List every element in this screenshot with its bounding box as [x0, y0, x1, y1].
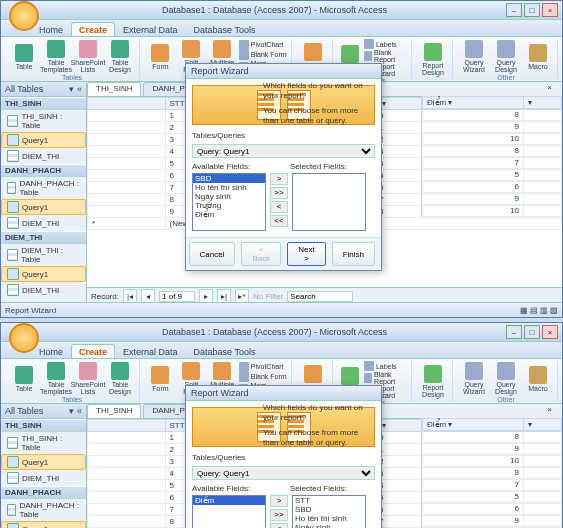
nav-item[interactable]: THI_SINH : Table [1, 432, 86, 454]
ribbon-form[interactable]: Form [146, 43, 175, 71]
ribbon-blank-report[interactable]: Blank Report [364, 371, 407, 385]
tab-database-tools[interactable]: Database Tools [186, 344, 264, 358]
ribbon-table-design[interactable]: Table Design [105, 39, 135, 74]
doc-tab-thi_sinh[interactable]: THI_SINH [87, 404, 141, 418]
ribbon-sharepoint-lists[interactable]: SharePoint Lists [73, 361, 103, 396]
list-item[interactable]: Ho tên thí sinh [293, 514, 365, 523]
ribbon-sharepoint-lists[interactable]: SharePoint Lists [73, 39, 103, 74]
list-item[interactable]: Điểm [193, 210, 265, 219]
cell[interactable]: 5 [423, 491, 524, 503]
nav-section-diem_thi[interactable]: DIEM_THI [1, 231, 86, 244]
search-box[interactable] [287, 291, 353, 302]
available-fields-list[interactable]: Điểm [192, 495, 266, 528]
move-ll[interactable]: << [270, 215, 288, 227]
minimize-button[interactable]: – [506, 3, 522, 17]
tab-external-data[interactable]: External Data [115, 344, 186, 358]
move-r[interactable]: > [270, 173, 288, 185]
ribbon-query-design[interactable]: Query Design [491, 39, 521, 74]
move-rr[interactable]: >> [270, 509, 288, 521]
list-item[interactable]: Ngày sinh [293, 523, 365, 528]
nav-item[interactable]: DANH_PHACH : Table [1, 499, 86, 521]
ribbon-report-design[interactable]: Report Design [418, 42, 448, 77]
list-item[interactable]: Điểm [193, 496, 265, 505]
ribbon-pivotchart[interactable]: PivotChart [239, 362, 287, 372]
cell[interactable]: 8 [423, 431, 524, 443]
ribbon-pivotchart[interactable]: PivotChart [239, 40, 287, 50]
close-button[interactable]: × [542, 325, 558, 339]
ribbon-query-wizard[interactable]: Query Wizard [459, 39, 489, 74]
nav-item[interactable]: THI_SINH : Table [1, 110, 86, 132]
record-position[interactable] [159, 291, 195, 302]
cell[interactable]: 5 [423, 169, 524, 181]
office-button[interactable] [9, 1, 39, 31]
tab-create[interactable]: Create [71, 344, 115, 358]
doc-close[interactable]: × [539, 404, 560, 418]
cell[interactable]: 6 [423, 181, 524, 193]
selected-fields-list[interactable] [292, 173, 366, 231]
ribbon-labels[interactable]: Labels [364, 361, 407, 371]
cell[interactable]: 9 [423, 515, 524, 527]
tab-create[interactable]: Create [71, 22, 115, 36]
list-item[interactable]: SBD [293, 505, 365, 514]
cell[interactable]: 8 [423, 109, 524, 121]
ribbon-table-templates[interactable]: Table Templates [41, 39, 71, 74]
nav-item[interactable]: DIEM_THI [1, 148, 86, 164]
cell[interactable]: 9 [423, 443, 524, 455]
nav-item[interactable]: DIEM_THI : Table [1, 244, 86, 266]
move-rr[interactable]: >> [270, 187, 288, 199]
maximize-button[interactable]: □ [524, 3, 540, 17]
ribbon-query-wizard[interactable]: Query Wizard [459, 361, 489, 396]
cell[interactable]: 6 [423, 503, 524, 515]
nav-section-danh_phach[interactable]: DANH_PHACH [1, 164, 86, 177]
view-button[interactable]: ▦ [520, 306, 528, 315]
list-item[interactable]: Ho tên thí sinh [193, 183, 265, 192]
tables-queries-select[interactable]: Query: Query1 [192, 144, 375, 158]
ribbon-table-templates[interactable]: Table Templates [41, 361, 71, 396]
move-l[interactable]: < [270, 523, 288, 528]
nav-item[interactable]: DIEM_THI [1, 470, 86, 486]
ribbon-macro[interactable]: Macro [523, 365, 553, 393]
nav-item[interactable]: DANH_PHACH : Table [1, 177, 86, 199]
nav-prev[interactable]: ◂ [141, 289, 155, 302]
cell[interactable]: 7 [423, 157, 524, 169]
tables-queries-select[interactable]: Query: Query1 [192, 466, 375, 480]
minimize-button[interactable]: – [506, 325, 522, 339]
cell[interactable]: 9 [423, 193, 524, 205]
maximize-button[interactable]: □ [524, 325, 540, 339]
nav-header[interactable]: All Tables▾ « [1, 404, 86, 419]
nav-section-danh_phach[interactable]: DANH_PHACH [1, 486, 86, 499]
nav-next[interactable]: ▸| [217, 289, 231, 302]
ribbon-table[interactable]: Table [9, 43, 39, 71]
tab-home[interactable]: Home [31, 344, 71, 358]
list-item[interactable]: STT [293, 496, 365, 505]
cell[interactable]: 8 [423, 145, 524, 157]
cell[interactable]: 9 [423, 121, 524, 133]
next-button[interactable]: Next > [287, 242, 325, 266]
nav-item[interactable]: Query1 [1, 132, 86, 148]
cancel-button[interactable]: Cancel [189, 242, 236, 266]
view-button[interactable]: ▥ [540, 306, 548, 315]
nav-item[interactable]: Query1 [1, 521, 86, 528]
cell[interactable]: 8 [423, 467, 524, 479]
nav-item[interactable]: DIEM_THI [1, 282, 86, 298]
col-diem[interactable]: Điểm ▾ [423, 97, 524, 109]
nav-header[interactable]: All Tables▾ « [1, 82, 86, 97]
ribbon-table-design[interactable]: Table Design [105, 361, 135, 396]
ribbon-blank-form[interactable]: Blank Form [239, 372, 287, 382]
nav-item[interactable]: Query1 [1, 199, 86, 215]
move-l[interactable]: < [270, 201, 288, 213]
nav-section-thi_sinh[interactable]: THI_SINH [1, 97, 86, 110]
col-diem[interactable]: Điểm ▾ [423, 419, 524, 431]
available-fields-list[interactable]: SBDHo tên thí sinhNgày sinhTrườngĐiểm [192, 173, 266, 231]
finish-button[interactable]: Finish [332, 242, 375, 266]
tab-database-tools[interactable]: Database Tools [186, 22, 264, 36]
move-r[interactable]: > [270, 495, 288, 507]
doc-close[interactable]: × [539, 82, 560, 96]
nav-next[interactable]: ▸* [235, 289, 249, 302]
tab-home[interactable]: Home [31, 22, 71, 36]
back-button[interactable]: < Back [241, 242, 281, 266]
list-item[interactable]: SBD [193, 174, 265, 183]
ribbon-blank-form[interactable]: Blank Form [239, 50, 287, 60]
cell[interactable]: 7 [423, 479, 524, 491]
office-button[interactable] [9, 323, 39, 353]
